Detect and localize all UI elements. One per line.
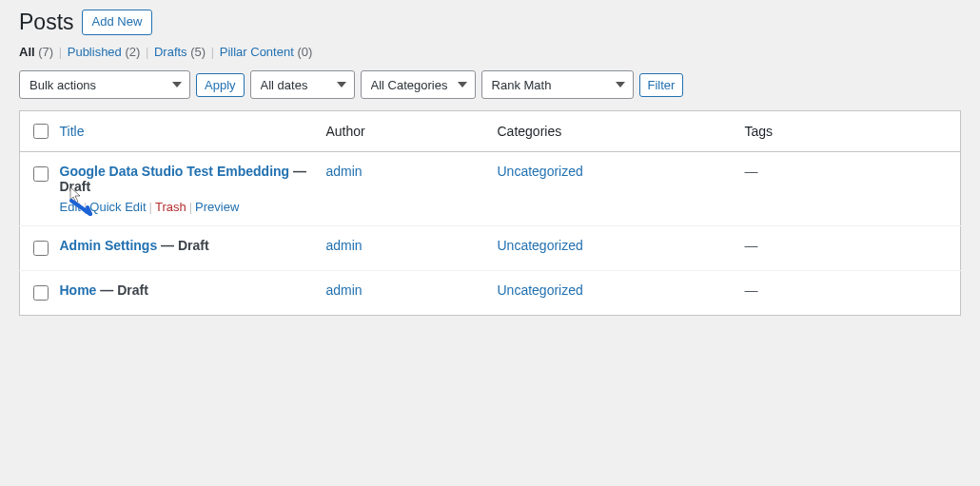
extra-cell xyxy=(941,152,961,226)
column-author[interactable]: Author xyxy=(326,124,365,139)
column-title[interactable]: Title xyxy=(60,124,85,139)
trash-link[interactable]: Trash xyxy=(155,200,186,214)
column-categories[interactable]: Categories xyxy=(498,124,562,139)
author-link[interactable]: admin xyxy=(326,238,363,253)
tags-cell: — xyxy=(745,282,758,298)
tags-cell: — xyxy=(745,164,758,179)
extra-cell xyxy=(941,226,961,271)
row-status: — Draft xyxy=(96,282,147,298)
preview-link[interactable]: Preview xyxy=(195,200,239,214)
row-status: — Draft xyxy=(157,238,208,253)
status-link-pillar-content[interactable]: Pillar Content (0) xyxy=(220,45,313,59)
apply-button[interactable]: Apply xyxy=(196,73,245,97)
quick-edit-link[interactable]: Quick Edit xyxy=(89,200,146,214)
status-link-published[interactable]: Published (2) xyxy=(68,45,141,59)
filter-button[interactable]: Filter xyxy=(639,73,684,97)
row-checkbox[interactable] xyxy=(33,285,49,301)
page-title: Posts xyxy=(19,10,74,35)
table-row: Admin Settings — DraftadminUncategorized… xyxy=(20,226,961,271)
status-link-all[interactable]: All (7) xyxy=(19,45,53,59)
row-checkbox[interactable] xyxy=(33,166,49,182)
author-link[interactable]: admin xyxy=(326,282,363,298)
tags-cell: — xyxy=(745,238,758,253)
status-filter: All (7) | Published (2) | Drafts (5) | P… xyxy=(19,45,961,59)
bulk-actions-select[interactable]: Bulk actions xyxy=(19,70,190,99)
select-all-checkbox[interactable] xyxy=(33,124,49,139)
row-title-link[interactable]: Admin Settings xyxy=(60,238,158,253)
edit-link[interactable]: Edit xyxy=(60,200,81,214)
category-link[interactable]: Uncategorized xyxy=(498,238,583,253)
status-link-drafts[interactable]: Drafts (5) xyxy=(154,45,206,59)
posts-table: Title Author Categories Tags Google Data… xyxy=(19,110,961,316)
table-row: Home — DraftadminUncategorized— xyxy=(20,271,961,316)
category-filter-select[interactable]: All Categories xyxy=(361,70,476,99)
row-title-link[interactable]: Home xyxy=(60,282,97,298)
date-filter-select[interactable]: All dates xyxy=(250,70,355,99)
category-link[interactable]: Uncategorized xyxy=(498,164,583,179)
add-new-button[interactable]: Add New xyxy=(82,10,153,35)
extra-cell xyxy=(941,271,961,316)
category-link[interactable]: Uncategorized xyxy=(498,282,583,298)
seo-filter-select[interactable]: Rank Math xyxy=(481,70,634,99)
row-actions: Edit|Quick Edit|Trash|Preview xyxy=(60,200,307,214)
column-tags[interactable]: Tags xyxy=(745,124,774,139)
author-link[interactable]: admin xyxy=(326,164,363,179)
row-title-link[interactable]: Google Data Studio Test Embedding xyxy=(60,164,290,179)
table-row: Google Data Studio Test Embedding — Draf… xyxy=(20,152,961,226)
row-checkbox[interactable] xyxy=(33,241,49,256)
